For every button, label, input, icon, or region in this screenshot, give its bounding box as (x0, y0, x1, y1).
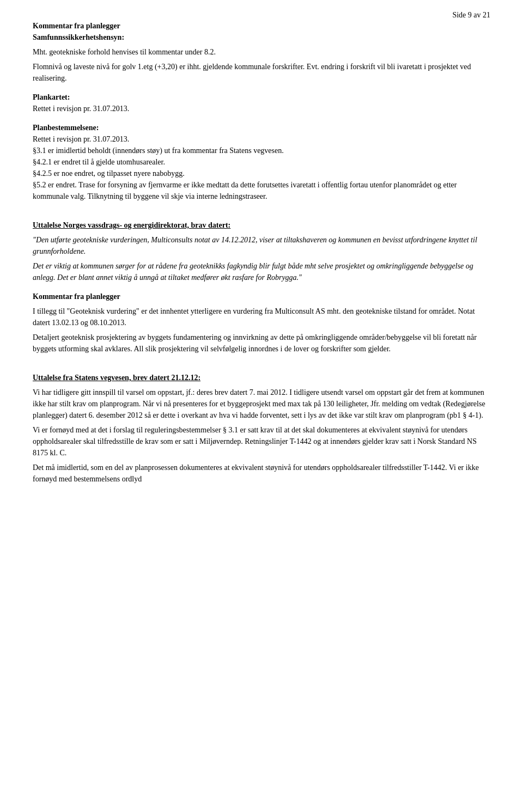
section-uttalelse-nve: Uttalelse Norges vassdrags- og energidir… (33, 219, 490, 283)
heading-uttalelse-vegvesen: Uttalelse fra Statens vegvesen, brev dat… (33, 372, 490, 383)
text-uttalelse-nve-1: "Den utførte geotekniske vurderingen, Mu… (33, 234, 490, 257)
text-vegvesen-2: Vi er fornøyd med at det i forslag til r… (33, 424, 490, 459)
section-plankartet: Plankartet:Rettet i revisjon pr. 31.07.2… (33, 91, 490, 114)
text-vegvesen-3: Det må imidlertid, som en del av planpro… (33, 462, 490, 485)
text-geotekniske: Mht. geotekniske forhold henvises til ko… (33, 46, 490, 58)
heading-kommentar-planlegger-2: Kommentar fra planlegger (33, 291, 490, 302)
text-planbestemmelsene-heading: Planbestemmelsene: Rettet i revisjon pr.… (33, 122, 490, 202)
page: Side 9 av 21 Kommentar fra planlegger Sa… (0, 0, 523, 812)
heading-uttalelse-nve: Uttalelse Norges vassdrags- og energidir… (33, 219, 490, 231)
heading-kommentar-planlegger-1: Kommentar fra planlegger (33, 22, 490, 30)
text-flomnivaa: Flomnivå og laveste nivå for golv 1.etg … (33, 61, 490, 84)
section-uttalelse-vegvesen: Uttalelse fra Statens vegvesen, brev dat… (33, 372, 490, 485)
page-number: Side 9 av 21 (452, 11, 490, 20)
text-plankartet-heading: Plankartet:Rettet i revisjon pr. 31.07.2… (33, 91, 490, 114)
text-uttalelse-nve-2: Det er viktig at kommunen sørger for at … (33, 260, 490, 283)
text-kommentar-2-2: Detaljert geoteknisk prosjektering av by… (33, 332, 490, 355)
text-samfunnssikkerhetshensyn: Samfunnssikkerhetshensyn: (33, 32, 490, 43)
text-kommentar-2-1: I tillegg til "Geoteknisk vurdering" er … (33, 306, 490, 328)
spacer-2 (33, 362, 490, 372)
section-planbestemmelsene: Planbestemmelsene: Rettet i revisjon pr.… (33, 122, 490, 202)
section-kommentar-planlegger-2: Kommentar fra planlegger I tillegg til "… (33, 291, 490, 355)
spacer-1 (33, 210, 490, 219)
section-kommentar-planlegger-1: Kommentar fra planlegger Samfunnssikkerh… (33, 22, 490, 84)
text-vegvesen-1: Vi har tidligere gitt innspill til varse… (33, 387, 490, 421)
